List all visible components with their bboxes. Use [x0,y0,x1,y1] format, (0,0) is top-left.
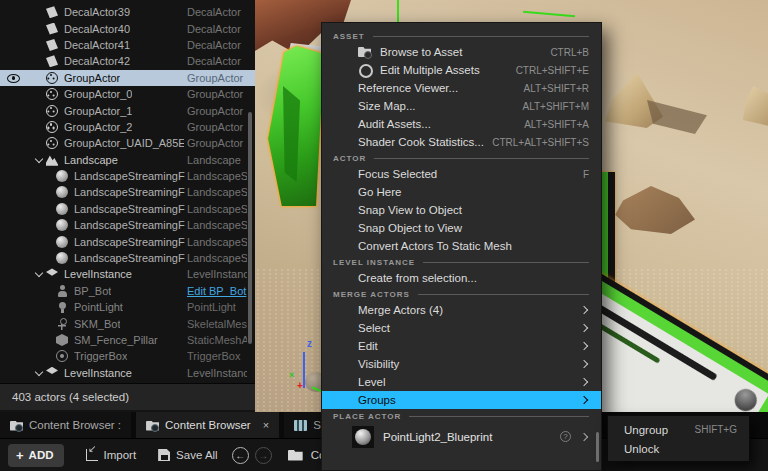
outliner-row-triggerbox[interactable]: TriggerBoxTriggerBox [0,348,255,364]
tab-content-browser-2[interactable]: Content Browser × [136,412,279,438]
menu-item-reference-viewer[interactable]: Reference Viewer...ALT+SHIFT+R [322,79,601,97]
outliner-row-landscapestreamingf[interactable]: LandscapeStreamingFLandscapeS [0,217,255,233]
submenu-item-ungroup[interactable]: UngroupSHIFT+G [608,420,749,439]
menu-item-snap-view-to-object[interactable]: Snap View to Object [322,201,601,219]
menu-scrollbar[interactable] [596,432,599,462]
context-menu: ASSETBrowse to AssetCTRL+BEdit Multiple … [321,22,602,471]
menu-item-focus-selected[interactable]: Focus SelectedF [322,165,601,183]
section-divider [418,294,589,295]
expander-chevron-icon [34,137,46,149]
menu-item-label: Browse to Asset [380,46,462,58]
actor-label: LandscapeStreamingF [74,219,185,231]
actor-type: DecalActor [187,55,247,67]
expander-chevron-icon [34,55,46,67]
selection-wireframe-line [523,11,575,18]
menu-item-edit-multiple-assets[interactable]: Edit Multiple AssetsCTRL+SHIFT+E [322,61,601,79]
actor-label: DecalActor40 [64,23,130,35]
outliner-row-decalactor40[interactable]: DecalActor40DecalActor [0,20,255,36]
add-button[interactable]: + ADD [8,444,64,467]
submenu-chevron-icon [579,359,589,369]
menu-item-select[interactable]: Select [322,319,601,337]
menu-item-label: Focus Selected [358,168,437,180]
section-divider [409,416,589,417]
outliner-row-groupactor-uaid-a85e4[interactable]: GroupActor_UAID_A85E4GroupActor [0,135,255,151]
outliner-row-groupactor-2[interactable]: GroupActor_2GroupActor [0,119,255,135]
shortcut-label: ALT+SHIFT+A [524,119,589,130]
actor-type-link[interactable]: Edit BP_Bot [187,285,247,297]
menu-item-label: Go Here [358,186,401,198]
content-browser-icon [10,420,23,431]
menu-item-merge-actors-4[interactable]: Merge Actors (4) [322,301,601,319]
expander-chevron-icon[interactable] [34,367,46,379]
actor-label: TriggerBox [74,350,127,362]
expander-chevron-icon [44,203,56,215]
outliner-row-landscapestreamingf[interactable]: LandscapeStreamingFLandscapeS [0,184,255,200]
eye-visibility-icon[interactable] [7,74,20,83]
outliner-row-levelinstance[interactable]: LevelInstanceLevelInstanc [0,266,255,282]
menu-section-header-actor: ACTOR [322,151,601,165]
outliner-row-landscapestreamingf[interactable]: LandscapeStreamingFLandscapeS [0,250,255,266]
outliner-row-decalactor41[interactable]: DecalActor41DecalActor [0,37,255,53]
outliner-row-decalactor39[interactable]: DecalActor39DecalActor [0,4,255,20]
import-button[interactable]: Import [86,449,137,461]
group-icon [46,72,58,84]
menu-item-size-map[interactable]: Size Map...ALT+SHIFT+M [322,97,601,115]
outliner-row-sm-fence-pillar[interactable]: SM_Fence_PillarStaticMeshA [0,332,255,348]
mountain-icon [46,154,58,166]
menu-item-audit-assets[interactable]: Audit Assets...ALT+SHIFT+A [322,115,601,133]
outliner-scrollbar[interactable] [248,112,252,344]
submenu-item-unlock[interactable]: Unlock [608,439,749,458]
menu-item-edit[interactable]: Edit [322,337,601,355]
save-all-button[interactable]: Save All [158,449,218,461]
import-label: Import [104,449,137,461]
outliner-row-decalactor42[interactable]: DecalActor42DecalActor [0,53,255,69]
menu-item-label: Groups [358,394,396,406]
actor-label: GroupActor_2 [64,121,132,133]
outliner-row-landscape[interactable]: LandscapeLandscape [0,152,255,168]
rock-mesh[interactable] [615,186,695,234]
menu-item-go-here[interactable]: Go Here [322,183,601,201]
actor-type: GroupActor [187,121,247,133]
outliner-row-landscapestreamingf[interactable]: LandscapeStreamingFLandscapeS [0,201,255,217]
outliner-row-bp-bot[interactable]: BP_BotEdit BP_Bot [0,283,255,299]
menu-item-level[interactable]: Level [322,373,601,391]
rock-shadow [647,100,707,134]
sphere-icon [56,219,68,231]
sphere-thumbnail-icon [355,429,371,445]
outliner-row-groupactor-1[interactable]: GroupActor_1GroupActor [0,102,255,118]
expander-chevron-icon [34,23,46,35]
gizmo-red-marker: + [297,380,303,391]
menu-item-convert-actors-to-static-mesh[interactable]: Convert Actors To Static Mesh [322,237,601,255]
expander-chevron-icon[interactable] [34,268,46,280]
close-icon[interactable]: × [263,419,269,431]
menu-item-shader-cook-statistics[interactable]: Shader Cook Statistics...CTRL+ALT+SHIFT+… [322,133,601,151]
outliner-row-landscapestreamingf[interactable]: LandscapeStreamingFLandscapeS [0,233,255,249]
back-button[interactable]: ← [232,447,249,464]
outliner-row-pointlight[interactable]: PointLightPointLight [0,299,255,315]
outliner-row-groupactor-0[interactable]: GroupActor_0GroupActor [0,86,255,102]
menu-item-pointlight2-blueprint[interactable]: PointLight2_Blueprint? [322,423,601,450]
menu-item-snap-object-to-view[interactable]: Snap Object to View [322,219,601,237]
tab-content-browser-1[interactable]: Content Browser : [0,412,131,438]
menu-item-create-from-selection[interactable]: Create from selection... [322,269,601,287]
shortcut-label: F [583,169,589,180]
decal-icon [46,55,58,67]
outliner-row-levelinstance[interactable]: LevelInstanceLevelInstanc [0,365,255,381]
selected-pole-actor[interactable] [601,172,615,288]
actor-type: GroupActor [187,72,247,84]
actor-label: SM_Fence_Pillar [74,334,158,346]
outliner-row-groupactor[interactable]: GroupActorGroupActor [0,70,255,86]
actor-label: GroupActor [64,72,120,84]
outliner-row-landscapestreamingf[interactable]: LandscapeStreamingFLandscapeS [0,168,255,184]
group-icon [46,88,58,100]
menu-item-browse-to-asset[interactable]: Browse to AssetCTRL+B [322,43,601,61]
forward-button[interactable]: → [255,447,272,464]
gizmo-z-axis[interactable] [303,352,305,388]
expander-chevron-icon[interactable] [34,154,46,166]
menu-item-groups[interactable]: Groups [322,391,601,409]
menu-item-visibility[interactable]: Visibility [322,355,601,373]
actor-label: GroupActor_0 [64,88,132,100]
selected-actor-green[interactable] [267,46,324,206]
rock-mesh[interactable] [743,86,768,126]
outliner-row-skm-bot[interactable]: SKM_BotSkeletalMes [0,315,255,331]
